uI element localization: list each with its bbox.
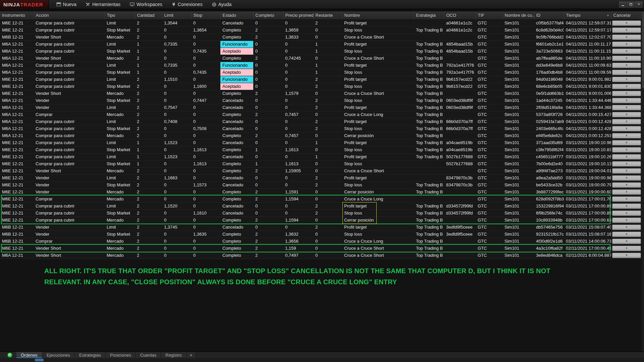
cancel-order-button[interactable]: × (612, 154, 641, 160)
order-row[interactable]: M6A 12-21ComprarMercado200Completo20,745… (0, 111, 642, 118)
order-row[interactable]: M6E 12-21Comprar para cubrirLimit21,1520… (0, 202, 642, 209)
order-row[interactable]: M6E 12-21Comprar para cubrirLimit11,1523… (0, 139, 642, 146)
order-row[interactable]: M6E 12-21Vender ShortMercado200Completo2… (0, 90, 642, 97)
column-header-accio-n[interactable]: Acción (34, 11, 105, 19)
cancel-order-button[interactable]: × (612, 91, 641, 96)
cancel-order-button[interactable]: × (612, 161, 641, 167)
order-row[interactable]: M6E 12-21Comprar para cubrirStop Market2… (0, 26, 642, 34)
cancel-order-button[interactable]: × (612, 42, 641, 47)
order-row[interactable]: M6A 12-21VenderLimit20,75470Cancelado002… (0, 104, 642, 111)
cancel-order-button[interactable]: × (612, 112, 641, 117)
cancel-order-button[interactable]: × (612, 168, 641, 174)
cancel-order-button[interactable]: × (612, 218, 641, 223)
menu-ayuda[interactable]: Ayuda (207, 0, 236, 9)
order-row[interactable]: M6E 12-21Comprar para cubrirStop Market2… (0, 83, 642, 90)
order-row[interactable]: M6A 12-21Vender ShortMercado200Completo2… (0, 252, 642, 259)
column-header-cancelar[interactable]: Cancelar (611, 11, 642, 19)
tab-ejecuciones[interactable]: Ejecuciones (42, 352, 75, 358)
column-header-completo[interactable]: Completo (253, 11, 283, 19)
order-row[interactable]: M6A 12-21Comprar para cubrirLimit10,7335… (0, 41, 642, 48)
order-row[interactable]: M6A 12-21Comprar para cubrirLimit10,7335… (0, 62, 642, 69)
column-header-nombre[interactable]: Nombre (342, 11, 414, 19)
order-row[interactable]: M6B 12-21Vender ShortMercado200Completo2… (0, 34, 642, 41)
close-button[interactable]: × (635, 2, 642, 7)
cancel-order-button[interactable]: × (612, 56, 641, 61)
cancel-order-button[interactable]: × (612, 210, 641, 216)
horizontal-scrollbar[interactable] (0, 358, 644, 362)
tab-ordenes[interactable]: Órdenes (16, 352, 42, 358)
cancel-order-button[interactable]: × (612, 105, 641, 110)
menu-workspaces[interactable]: Workspaces (125, 0, 167, 9)
tab-posiciones[interactable]: Posiciones (106, 352, 136, 358)
order-row[interactable]: M6E 12-21Vender ShortMercado200Completo2… (0, 245, 642, 252)
order-row[interactable]: M6E 12-21VenderMercado200Completo21,1591… (0, 188, 642, 195)
minimize-button[interactable] (619, 2, 626, 7)
cancel-order-button[interactable]: × (612, 133, 641, 138)
order-row[interactable]: M6B 12-21VenderStop Market201,3635Comple… (0, 231, 642, 238)
order-row[interactable]: M6E 12-21VenderStop Market201,1573Cancel… (0, 181, 642, 188)
order-row[interactable]: M6B 12-21ComprarMercado200Completo21,365… (0, 238, 642, 245)
cancel-order-button[interactable]: × (612, 119, 641, 124)
order-row[interactable]: M6E 12-21Comprar para cubrirLimit21,3544… (0, 19, 642, 26)
cancel-order-button[interactable]: × (612, 147, 641, 153)
cancel-order-button[interactable]: × (612, 49, 641, 54)
order-row[interactable]: M6E 12-21Comprar para cubrirLimit21,1510… (0, 76, 642, 83)
cancel-order-button[interactable]: × (612, 203, 641, 209)
column-header-oco[interactable]: OCO (444, 11, 476, 19)
column-header-estrategia[interactable]: Estrategia (414, 11, 444, 19)
horizontal-scrollbar-thumb[interactable] (35, 359, 44, 361)
cancel-order-button[interactable]: × (612, 77, 641, 82)
tab-estrategias[interactable]: Estrategias (75, 352, 106, 358)
cancel-order-button[interactable]: × (612, 189, 641, 195)
cancel-order-button[interactable]: × (612, 225, 641, 230)
order-row[interactable]: M6A 12-21Comprar para cubrirStop Market1… (0, 69, 642, 76)
cancel-order-button[interactable]: × (612, 175, 641, 181)
tab-registro[interactable]: Registro (161, 352, 186, 358)
cancel-order-button[interactable]: × (612, 70, 641, 75)
column-header-stop[interactable]: Stop (191, 11, 220, 19)
restore-button[interactable] (627, 2, 634, 7)
column-header-tif[interactable]: TIF (476, 11, 502, 19)
cancel-order-button[interactable]: × (612, 35, 641, 40)
order-row[interactable]: M6E 12-21Comprar para cubrirStop Market1… (0, 146, 642, 153)
order-row[interactable]: M6E 12-21Comprar para cubrirStop Market2… (0, 209, 642, 217)
order-row[interactable]: M6A 12-21VenderStop Market200,7447Cancel… (0, 97, 642, 104)
vertical-scrollbar-thumb[interactable] (642, 11, 644, 88)
column-header-precio-promed[interactable]: Precio promed... (283, 11, 313, 19)
cancel-order-button[interactable]: × (612, 239, 641, 244)
cancel-order-button[interactable]: × (612, 27, 641, 33)
column-header-nombre-de-cu[interactable]: Nombre de cu... (502, 11, 534, 19)
cancel-order-button[interactable]: × (612, 253, 641, 258)
order-row[interactable]: M6A 12-21Comprar para cubrirLimit20,7408… (0, 118, 642, 125)
column-header-tipo[interactable]: Tipo (105, 11, 135, 19)
order-row[interactable]: M6E 12-21VenderLimit21,16630Cancelado002… (0, 174, 642, 181)
order-row[interactable]: M6B 12-21VenderLimit21,37450Cancelado002… (0, 224, 642, 231)
menu-conexiones[interactable]: Conexiones (167, 0, 207, 9)
order-row[interactable]: M6E 12-21Comprar para cubrirStop Market1… (0, 160, 642, 167)
order-row[interactable]: M6E 12-21Vender ShortMercado200Completo2… (0, 167, 642, 174)
order-row[interactable]: M6E 12-21Comprar para cubrirLimit11,1523… (0, 153, 642, 160)
column-header-tiempo[interactable]: Tiempo▼ (564, 11, 611, 19)
order-row[interactable]: M6A 12-21Comprar para cubrirStop Market2… (0, 125, 642, 132)
column-header-id[interactable]: ID (534, 11, 564, 19)
cancel-order-button[interactable]: × (612, 196, 641, 202)
column-header-restante[interactable]: Restante (313, 11, 342, 19)
cancel-order-button[interactable]: × (612, 232, 641, 237)
menu-nueva[interactable]: Nueva (52, 0, 81, 9)
cancel-order-button[interactable]: × (612, 140, 641, 145)
column-header-cantidad[interactable]: Cantidad (135, 11, 162, 19)
tab-cuentas[interactable]: Cuentas (136, 352, 161, 358)
menu-herramientas[interactable]: Herramientas (81, 0, 125, 9)
cancel-order-button[interactable]: × (612, 126, 641, 131)
cancel-order-button[interactable]: × (612, 182, 641, 188)
order-row[interactable]: M6A 12-21Vender ShortMercado200Completo2… (0, 55, 642, 62)
column-header-instrumento[interactable]: Instrumento (0, 11, 34, 19)
order-row[interactable]: M6E 12-21ComprarMercado200Completo21,159… (0, 195, 642, 202)
cancel-order-button[interactable]: × (612, 98, 641, 103)
cancel-order-button[interactable]: × (612, 20, 641, 26)
order-row[interactable]: M6A 12-21Comprar para cubrirStop Market1… (0, 48, 642, 55)
add-tab-button[interactable]: + (186, 352, 196, 358)
cancel-order-button[interactable]: × (612, 84, 641, 89)
cancel-order-button[interactable]: × (612, 63, 641, 68)
column-header-limit[interactable]: Limit (162, 11, 191, 19)
